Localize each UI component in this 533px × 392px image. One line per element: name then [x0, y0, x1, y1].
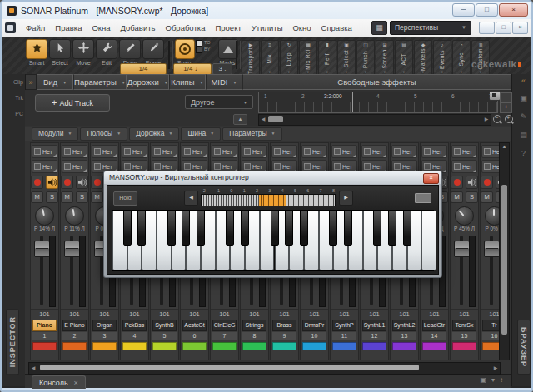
- menu-item[interactable]: Окно: [287, 22, 316, 34]
- black-key[interactable]: [241, 211, 249, 246]
- add-track-button[interactable]: +Add Track: [35, 94, 110, 112]
- menu-item[interactable]: Добавить: [116, 22, 161, 34]
- volume-fader[interactable]: [64, 241, 80, 257]
- keyboard-overview[interactable]: -2-1012345678: [201, 188, 336, 207]
- browser-tab[interactable]: БРАУЗЕР: [517, 320, 531, 375]
- collapse-right-button[interactable]: «: [517, 75, 530, 87]
- timeline-scrollbar[interactable]: ◀ ▶: [258, 114, 491, 126]
- menu-item[interactable]: Окна: [87, 22, 115, 34]
- ruler-zoom-in-button[interactable]: +: [500, 102, 512, 113]
- menu-item[interactable]: Проект: [210, 22, 246, 34]
- fx-bin-dropdown[interactable]: Нет: [391, 145, 417, 158]
- console-menu-дорожка[interactable]: Дорожка▼: [129, 127, 179, 141]
- record-arm-button[interactable]: [61, 176, 73, 189]
- fx-bin-dropdown[interactable]: Нет: [32, 145, 57, 158]
- track-name[interactable]: AcstcGt: [182, 320, 207, 331]
- fx-bin-dropdown[interactable]: Нет: [271, 145, 297, 158]
- inspector-tab[interactable]: INSPECTOR: [6, 309, 19, 375]
- fx-bin-dropdown[interactable]: Нет: [451, 145, 477, 158]
- volume-fader[interactable]: [454, 241, 470, 257]
- smart-tool-button[interactable]: [26, 39, 47, 59]
- module-transport[interactable]: ▶Transport▾: [242, 40, 260, 77]
- track-name[interactable]: SynthB: [152, 320, 177, 331]
- perspectives-dropdown[interactable]: Перспективы▼: [390, 21, 471, 35]
- mute-button[interactable]: M: [481, 191, 493, 203]
- scroll-up-icon[interactable]: ▲: [500, 144, 509, 149]
- track-name[interactable]: SynthL2: [392, 320, 416, 331]
- black-key[interactable]: [329, 211, 337, 246]
- scroll-left-icon[interactable]: ◀: [29, 363, 37, 374]
- draw-tool-button[interactable]: [119, 39, 141, 59]
- black-key[interactable]: [285, 211, 293, 246]
- black-key[interactable]: [373, 211, 381, 246]
- black-key[interactable]: [182, 211, 190, 246]
- black-key[interactable]: [137, 211, 146, 246]
- zoom-in-icon[interactable]: +: [505, 115, 513, 123]
- menu-item[interactable]: Правка: [50, 22, 87, 34]
- notes-icon[interactable]: ▤: [517, 129, 530, 141]
- menu-item[interactable]: Обработка: [161, 22, 211, 34]
- tab-вид[interactable]: Вид▼: [37, 74, 73, 90]
- scroll-right-icon[interactable]: ▶: [491, 363, 500, 374]
- track-name[interactable]: Piano: [32, 320, 57, 331]
- console-menu-параметры[interactable]: Параметры▼: [222, 127, 281, 141]
- console-vertical-scrollbar[interactable]: ▲: [499, 142, 510, 360]
- record-arm-button[interactable]: [91, 176, 103, 189]
- white-key[interactable]: [421, 211, 436, 270]
- module-custom[interactable]: ≣Custom▾: [471, 40, 490, 77]
- fx-bin-dropdown[interactable]: Нет: [212, 145, 237, 158]
- move-tool-button[interactable]: [72, 39, 94, 59]
- black-key[interactable]: [226, 211, 234, 246]
- prochannel-dropdown[interactable]: Нет: [32, 160, 57, 173]
- snap-toggle-button[interactable]: [175, 39, 195, 59]
- collapse-panel-button[interactable]: ▲: [233, 114, 247, 125]
- console-menu-модули[interactable]: Модули▼: [32, 127, 78, 141]
- tab-дорожки[interactable]: Дорожки▼: [127, 74, 169, 90]
- mute-button[interactable]: M: [451, 191, 463, 203]
- module-punch[interactable]: ◫Punch▾: [356, 40, 375, 77]
- select-tool-button[interactable]: [49, 39, 71, 59]
- input-echo-button[interactable]: [76, 176, 88, 189]
- track-type-dropdown[interactable]: Другое▼: [185, 95, 253, 109]
- maximize-button[interactable]: □: [476, 3, 498, 17]
- active-octave-range[interactable]: [259, 195, 286, 206]
- mute-button[interactable]: M: [61, 191, 73, 203]
- module-select[interactable]: ▣Select▾: [337, 40, 356, 77]
- black-key[interactable]: [167, 211, 176, 246]
- console-horizontal-scrollbar[interactable]: ◀ ▶: [28, 362, 501, 375]
- rail-tab-clip[interactable]: Clip: [13, 79, 23, 85]
- octave-up-button[interactable]: ▶: [339, 191, 353, 206]
- scroll-thumb[interactable]: [268, 116, 283, 122]
- snap-offset-field[interactable]: 3 .: [212, 63, 232, 75]
- fx-bin-dropdown[interactable]: Нет: [182, 145, 207, 158]
- track-name[interactable]: PckBss: [122, 320, 147, 331]
- rail-tab-trk[interactable]: Trk: [15, 95, 23, 101]
- track-name[interactable]: ClnElcG: [212, 320, 237, 331]
- draw-resolution-dropdown[interactable]: 1/4: [120, 63, 167, 75]
- fx-bin-dropdown[interactable]: Нет: [242, 145, 267, 158]
- fx-bin-dropdown[interactable]: Нет: [421, 145, 447, 158]
- fx-bin-dropdown[interactable]: Нет: [152, 145, 177, 158]
- edit-tool-button[interactable]: [96, 39, 117, 59]
- black-key[interactable]: [271, 211, 279, 246]
- fx-bin-dropdown[interactable]: Нет: [301, 145, 327, 158]
- pan-knob[interactable]: [455, 206, 474, 226]
- snap-value-dropdown[interactable]: 1/4 ♩: [173, 63, 212, 75]
- scroll-thumb[interactable]: [40, 365, 419, 370]
- menu-item[interactable]: Утилиты: [247, 22, 288, 34]
- time-ruler[interactable]: 3:2:000 124567: [258, 92, 498, 113]
- snap-to-indicator[interactable]: [196, 40, 202, 47]
- module-screen[interactable]: ⊞Screen▾: [376, 40, 394, 77]
- black-key[interactable]: [388, 211, 396, 246]
- volume-fader[interactable]: [34, 241, 50, 257]
- chevron-down-icon[interactable]: ▾: [491, 376, 495, 384]
- mdi-minimize-button[interactable]: ─: [479, 22, 495, 34]
- menu-item[interactable]: Файл: [21, 22, 50, 34]
- prochannel-dropdown[interactable]: Нет: [451, 160, 477, 173]
- close-button[interactable]: ×: [499, 3, 528, 17]
- minimize-button[interactable]: ─: [452, 3, 475, 17]
- tab-midi[interactable]: MIDI▼: [206, 74, 242, 90]
- collapse-left-button[interactable]: »: [25, 74, 37, 90]
- module-perf[interactable]: ▮Perf▾: [318, 40, 336, 77]
- fx-bin-dropdown[interactable]: Нет: [122, 145, 147, 158]
